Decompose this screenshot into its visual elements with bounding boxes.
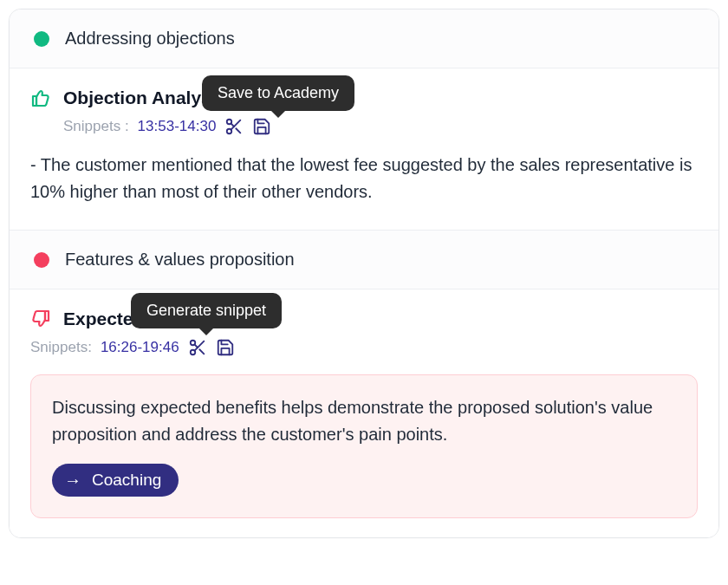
block-title-row: Objection Analysis <box>30 88 698 108</box>
status-dot-icon <box>34 252 49 268</box>
svg-line-3 <box>237 128 241 133</box>
scissors-icon[interactable] <box>224 117 244 136</box>
svg-line-4 <box>231 123 235 127</box>
block-objection-analysis: Save to Academy Objection Analysis Snipp… <box>10 68 718 231</box>
snippet-row: Snippets: 16:26-19:46 <box>30 338 698 357</box>
status-dot-icon <box>34 31 49 47</box>
scissors-icon[interactable] <box>188 338 207 357</box>
snippet-time[interactable]: 13:53-14:30 <box>138 118 217 135</box>
arrow-right-icon: → <box>64 471 81 489</box>
coaching-button-label: Coaching <box>92 471 161 490</box>
section-header-features: Features & values proposition <box>10 231 718 289</box>
block-expected-benefits: Generate snippet Expected Benefits Snipp… <box>10 289 718 537</box>
tooltip-generate-snippet: Generate snippet <box>131 293 282 328</box>
snippet-label: Snippets : <box>63 118 129 135</box>
block-body-text: - The customer mentioned that the lowest… <box>30 152 698 205</box>
svg-line-9 <box>194 344 198 348</box>
thumbs-down-icon <box>30 309 51 329</box>
coaching-button[interactable]: → Coaching <box>52 464 179 497</box>
insights-card: Addressing objections Save to Academy Ob… <box>9 9 719 538</box>
callout-text: Discussing expected benefits helps demon… <box>52 394 676 448</box>
coaching-callout: Discussing expected benefits helps demon… <box>30 374 698 518</box>
save-icon[interactable] <box>252 117 271 136</box>
thumbs-up-icon <box>30 88 51 108</box>
section-header-label: Addressing objections <box>65 29 235 49</box>
svg-line-8 <box>199 349 204 354</box>
snippet-row: Snippets : 13:53-14:30 <box>63 117 698 136</box>
section-header-objections: Addressing objections <box>10 10 718 68</box>
section-header-label: Features & values proposition <box>65 250 295 270</box>
snippet-time[interactable]: 16:26-19:46 <box>101 339 179 356</box>
save-icon[interactable] <box>216 338 235 357</box>
snippet-label: Snippets: <box>30 339 92 356</box>
tooltip-save-academy: Save to Academy <box>202 75 354 111</box>
